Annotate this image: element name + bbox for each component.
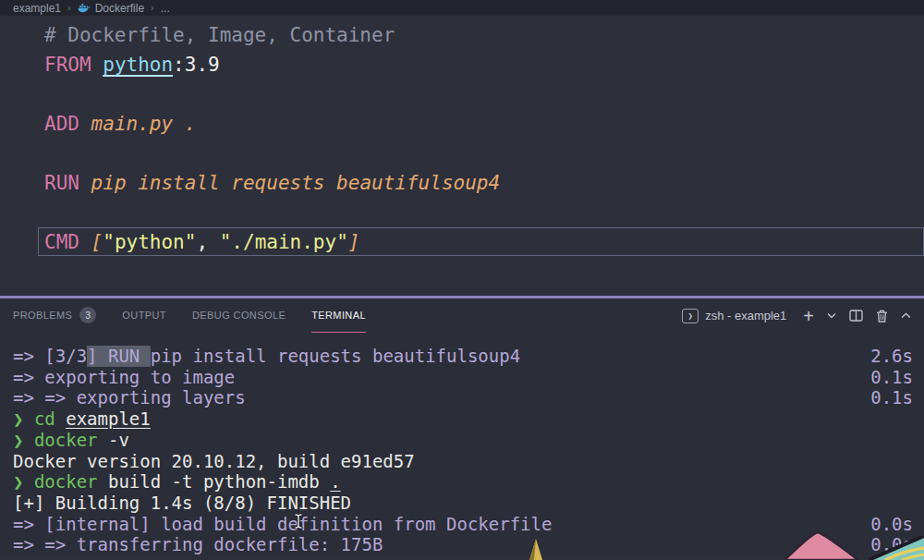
panel-tabs: PROBLEMS 3 OUTPUT DEBUG CONSOLE TERMINAL — [13, 298, 366, 333]
text-token: ] — [348, 231, 360, 253]
panel-actions: ❯ zsh - example1 + — [682, 307, 911, 325]
text-token: "python" — [103, 231, 196, 253]
split-terminal-button[interactable] — [849, 310, 863, 322]
step-duration: 0.1s — [870, 387, 913, 408]
terminal-line[interactable]: => => transferring dockerfile: 175B0.0s — [13, 534, 913, 555]
text-token: example1 — [66, 408, 151, 430]
text-token: ❯ — [13, 471, 34, 493]
text-token: RUN — [44, 172, 79, 194]
text-token: docker — [34, 430, 98, 451]
code-line[interactable] — [0, 79, 924, 109]
breadcrumb-symbol[interactable]: ... — [161, 2, 170, 15]
terminal-line[interactable]: ❯ docker build -t python-imdb . — [13, 471, 913, 493]
text-token: => => transferring dockerfile: 175B — [13, 534, 383, 555]
docker-whale-icon — [78, 3, 91, 13]
text-token: Docker version 20.10.12, build e91ed57 — [13, 451, 415, 472]
new-terminal-button[interactable]: + — [803, 307, 814, 325]
terminal-instance-selector[interactable]: ❯ zsh - example1 — [682, 309, 786, 323]
bottom-panel: PROBLEMS 3 OUTPUT DEBUG CONSOLE TERMINAL… — [0, 298, 924, 555]
chevron-down-icon — [827, 312, 836, 319]
breadcrumb: example1 › Dockerfile › ... — [0, 0, 924, 16]
text-token: ❯ — [13, 408, 34, 430]
tab-terminal-label: TERMINAL — [311, 310, 366, 321]
editor-code[interactable]: # Dockerfile, Image, ContainerFROM pytho… — [0, 16, 924, 296]
code-line[interactable]: # Dockerfile, Image, Container — [0, 20, 924, 50]
code-line[interactable]: CMD ["python", "./main.py"] — [0, 227, 924, 257]
terminal-line[interactable]: => [internal] load build definition from… — [13, 514, 913, 535]
step-duration: 0.0s — [870, 514, 913, 535]
breadcrumb-file-label: Dockerfile — [95, 2, 144, 15]
text-token: # Dockerfile, Image, Container — [44, 24, 395, 46]
terminal-line[interactable]: ❯ docker -v — [13, 430, 913, 451]
step-duration: 2.6s — [870, 346, 913, 367]
tab-terminal[interactable]: TERMINAL — [311, 298, 366, 333]
panel-header: PROBLEMS 3 OUTPUT DEBUG CONSOLE TERMINAL… — [0, 298, 924, 333]
text-token: => exporting to image — [13, 367, 235, 388]
text-token: pip install requests beautifulsoup4 — [151, 346, 520, 367]
problems-count-badge: 3 — [79, 307, 96, 323]
terminal-output[interactable]: => [3/3] RUN pip install requests beauti… — [0, 333, 924, 555]
text-token: => [3/3 — [13, 346, 87, 367]
vscode-window: { "breadcrumb": { "items": [ {"label": "… — [0, 0, 924, 560]
text-token: build -t python-imdb — [98, 471, 331, 493]
code-line[interactable] — [0, 139, 924, 168]
tab-debug-console-label: DEBUG CONSOLE — [192, 310, 286, 321]
text-token — [79, 231, 91, 253]
text-token: FROM — [44, 54, 91, 76]
split-panel-icon — [849, 310, 863, 322]
terminal-line[interactable]: => exporting to image0.1s — [13, 367, 913, 388]
text-token: :3.9 — [173, 54, 220, 76]
breadcrumb-separator-icon: › — [151, 3, 154, 13]
text-token: docker — [34, 471, 98, 493]
kill-terminal-button[interactable] — [876, 310, 888, 323]
text-token: , — [196, 231, 219, 253]
text-token: => => exporting layers — [13, 387, 246, 408]
terminal-line[interactable]: => [3/3] RUN pip install requests beauti… — [13, 346, 913, 367]
text-token: ] RUN — [87, 346, 151, 367]
code-line[interactable] — [0, 198, 924, 227]
terminal-line[interactable]: Docker version 20.10.12, build e91ed57 — [13, 451, 913, 472]
text-token: ADD — [44, 113, 79, 135]
text-token: -v — [98, 430, 129, 451]
tab-problems[interactable]: PROBLEMS 3 — [13, 298, 96, 333]
terminal-instance-label: zsh - example1 — [705, 309, 786, 323]
tab-output-label: OUTPUT — [122, 310, 166, 321]
text-token: pip install requests beautifulsoup4 — [91, 172, 501, 194]
code-line[interactable]: FROM python:3.9 — [0, 50, 924, 79]
maximize-panel-button[interactable] — [901, 312, 911, 319]
plus-icon: + — [803, 307, 814, 325]
tab-debug-console[interactable]: DEBUG CONSOLE — [192, 298, 286, 333]
code-line[interactable]: RUN pip install requests beautifulsoup4 — [0, 168, 924, 198]
text-token: python — [103, 54, 173, 76]
chevron-up-icon — [901, 312, 911, 319]
step-duration: 0.1s — [870, 367, 913, 388]
code-line[interactable]: ADD main.py . — [0, 109, 924, 139]
tab-problems-label: PROBLEMS — [13, 310, 72, 321]
terminal-icon: ❯ — [682, 309, 699, 323]
text-token: [ — [91, 231, 103, 253]
text-token — [79, 172, 91, 194]
text-token: "./main.py" — [220, 231, 348, 253]
text-token: CMD — [44, 231, 79, 253]
terminal-line[interactable]: ❯ cd example1 — [13, 408, 913, 430]
step-duration: 0.0s — [870, 534, 913, 555]
launch-profile-dropdown-button[interactable] — [827, 312, 836, 319]
terminal-line[interactable]: [+] Building 1.4s (8/8) FINISHED — [13, 493, 913, 514]
trash-icon — [876, 310, 888, 323]
text-token: ❯ — [13, 430, 34, 451]
text-token: [+] Building 1.4s (8/8) FINISHED — [13, 493, 351, 514]
text-token — [79, 113, 91, 135]
text-token — [91, 54, 103, 76]
breadcrumb-separator-icon: › — [67, 3, 71, 13]
tab-output[interactable]: OUTPUT — [122, 298, 166, 333]
breadcrumb-file[interactable]: Dockerfile — [78, 2, 144, 15]
text-token: => [internal] load build definition from… — [13, 514, 552, 535]
text-token: main.py . — [91, 113, 197, 135]
text-token: . — [330, 471, 340, 493]
terminal-line[interactable]: => => exporting layers0.1s — [13, 387, 913, 408]
text-token: cd — [34, 408, 66, 430]
breadcrumb-folder[interactable]: example1 — [13, 2, 61, 15]
